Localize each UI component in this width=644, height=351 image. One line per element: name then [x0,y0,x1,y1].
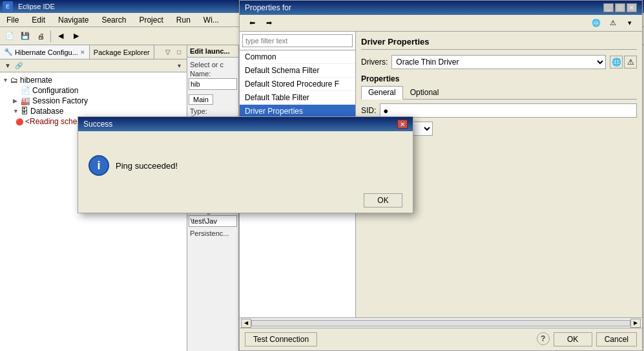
forward-button[interactable]: ▶ [69,29,83,43]
tree-arrow-session: ▶ [13,98,21,104]
test-connection-button[interactable]: Test Connection [245,332,317,346]
success-close-button[interactable]: ✕ [397,120,408,129]
success-dialog: Success ✕ i Ping succeeded! OK [78,116,413,213]
sid-input[interactable] [380,103,637,118]
database-icon: 🗄 [21,107,28,116]
props-close-btn[interactable]: ✕ [627,3,637,12]
collapse-all-btn[interactable]: ▼ [3,61,13,71]
tree-label-database: Database [30,107,63,116]
nav-item-stored-procedure[interactable]: Default Stored Procedure F [240,78,355,91]
props-maximize-btn[interactable]: □ [615,3,625,12]
menu-btn[interactable]: ▾ [174,61,184,71]
scroll-track[interactable] [251,320,630,326]
hibernate-icon: 🗂 [10,76,18,85]
save-button[interactable]: 💾 [18,29,32,43]
tree-label-config: Configuration [32,86,78,95]
tree-label-session: Session Factory [32,96,88,105]
properties-title: Properties for [245,3,291,12]
tab-hibernate-label: Hibernate Configu... [15,48,78,56]
tab-hibernate-config[interactable]: 🔧 Hibernate Configu... ✕ [0,45,90,59]
properties-titlebar-buttons: _ □ ✕ [603,3,637,12]
drivers-web-btn[interactable]: 🌐 [610,56,623,69]
toolbar-separator [50,30,51,42]
sid-label: SID: [361,106,376,115]
tab-optional[interactable]: Optional [403,86,446,99]
drivers-row: Drivers: Oracle Thin Driver 🌐 ⚠ [361,55,637,69]
main-tab[interactable]: Main [189,94,213,105]
tree-arrow: ▼ [3,77,10,83]
type-label: Type: [189,107,237,116]
tab-hibernate-close[interactable]: ✕ [80,49,85,56]
name-input[interactable] [189,78,237,90]
left-top-bar: ▼ 🔗 ▾ [0,59,187,72]
ok-button[interactable]: OK [554,332,592,346]
menu-project[interactable]: Project [135,14,167,26]
props-content-title: Driver Properties [361,37,637,50]
drivers-label: Drivers: [361,58,388,67]
props-menu-btn[interactable]: ▾ [623,17,637,30]
tab-general[interactable]: General [361,86,403,100]
scroll-right-btn[interactable]: ▶ [630,319,641,328]
left-mini-toolbar: ▼ 🔗 [3,61,24,71]
props-forward-btn[interactable]: ➡ [262,17,276,30]
cancel-button[interactable]: Cancel [596,332,637,346]
menu-window[interactable]: Wi... [200,14,223,26]
success-titlebar: Success ✕ [78,117,413,131]
panel-maximize-btn[interactable]: □ [174,47,184,58]
tree-arrow-db: ▼ [13,108,21,114]
tree-label-hibernate: hibernate [20,76,52,85]
drivers-warn-btn[interactable]: ⚠ [624,56,637,69]
back-button[interactable]: ◀ [54,29,68,43]
nav-item-table-filter[interactable]: Default Table Filter [240,91,355,105]
ide-window: E Eclipse IDE _ □ ✕ File Edit Navigate S… [0,0,644,351]
footer-right: ? OK Cancel [537,332,637,346]
mid-title: Edit launc... [187,45,238,58]
panel-mini-toolbar: ▽ □ [163,47,184,58]
nav-item-common[interactable]: Common [240,50,355,64]
scroll-left-btn[interactable]: ◀ [241,319,251,328]
drivers-select[interactable]: Oracle Thin Driver [391,55,606,69]
menu-edit[interactable]: Edit [28,14,49,26]
info-icon: i [88,155,109,176]
menu-file[interactable]: File [3,14,23,26]
tree-item-session[interactable]: ▶ 🏭 Session Factory [3,96,184,106]
props-web-btn[interactable]: 🌐 [589,17,603,30]
config-input[interactable] [189,215,237,227]
props-minimize-btn[interactable]: _ [603,3,614,12]
success-title: Success [83,120,112,129]
help-icon[interactable]: ? [537,332,550,345]
panel-tabs: 🔧 Hibernate Configu... ✕ Package Explore… [0,45,187,59]
session-icon: 🏭 [21,96,30,105]
ide-titlebar-left: E Eclipse IDE [3,1,55,12]
props-back-btn[interactable]: ⬅ [245,17,259,30]
properties-titlebar: Properties for _ □ ✕ [240,1,642,15]
props-warning-btn[interactable]: ⚠ [606,17,620,30]
tree-item-hibernate[interactable]: ▼ 🗂 hibernate [3,75,184,85]
menu-search[interactable]: Search [98,14,130,26]
error-icon: 🔴 [16,118,23,125]
new-button[interactable]: 📄 [3,29,17,43]
tree-item-configuration[interactable]: 📄 Configuration [3,85,184,96]
tree-item-database[interactable]: ▼ 🗄 Database [3,106,184,116]
nav-search-input[interactable] [242,34,353,47]
menu-navigate[interactable]: Navigate [54,14,92,26]
nav-search-area [240,32,355,50]
config-icon: 📄 [21,86,30,95]
properties-tabs: General Optional [361,86,637,100]
menu-run[interactable]: Run [172,14,194,26]
panel-minimize-btn[interactable]: ▽ [163,47,173,58]
link-btn[interactable]: 🔗 [14,61,24,71]
left-right-toolbar: ▾ [174,61,184,71]
tab-package-explorer[interactable]: Package Explorer [90,45,154,59]
persistence-label: Persistenc... [189,229,237,238]
tab-package-label: Package Explorer [94,48,150,56]
ide-title: Eclipse IDE [18,3,55,10]
name-label: Name: [189,69,237,78]
properties-scrollbar: ◀ ▶ [240,317,642,328]
success-body: i Ping succeeded! OK [78,131,413,213]
select-label: Select or c [189,60,237,69]
print-button[interactable]: 🖨 [34,29,48,43]
success-ok-button[interactable]: OK [364,193,402,207]
drivers-icons: 🌐 ⚠ [610,56,637,69]
nav-item-schema[interactable]: Default Schema Filter [240,64,355,78]
